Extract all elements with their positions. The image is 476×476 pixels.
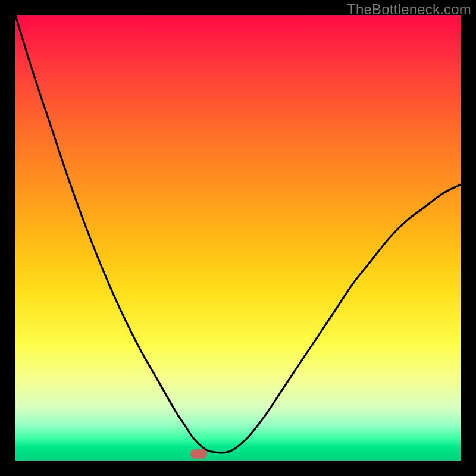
bottleneck-curve [15, 15, 461, 453]
curve-layer [15, 15, 461, 461]
watermark-text: TheBottleneck.com [347, 1, 471, 18]
optimum-marker [190, 449, 207, 459]
chart-frame: TheBottleneck.com [0, 0, 476, 476]
